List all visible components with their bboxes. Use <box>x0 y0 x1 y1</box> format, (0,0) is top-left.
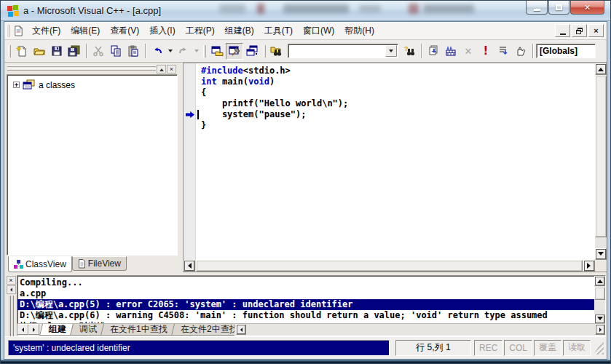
build-icon <box>445 45 457 57</box>
menu-item[interactable]: 工程(P) <box>181 23 220 39</box>
code-line[interactable]: } <box>201 120 595 131</box>
toolbar-gripper[interactable] <box>263 45 266 58</box>
status-bar: 'system' : undeclared identifier 行 5,列 1… <box>4 336 607 359</box>
text-caret <box>197 110 199 119</box>
code-editor[interactable]: #include<stdio.h>int main(void){ printf(… <box>183 63 607 272</box>
tree-expander[interactable]: + <box>13 82 20 88</box>
editor-selection-margin[interactable] <box>184 63 196 260</box>
classview-tree[interactable]: + a classes <box>7 74 178 256</box>
hand-icon <box>515 45 527 57</box>
scroll-up-button[interactable] <box>595 63 607 75</box>
minimize-button[interactable] <box>526 1 548 15</box>
editor-horizontal-scrollbar[interactable] <box>184 260 595 272</box>
scroll-right-button[interactable] <box>583 260 595 272</box>
workspace-close-button[interactable]: × <box>167 65 176 74</box>
toolbar-gripper[interactable] <box>8 45 11 58</box>
mdi-close-button[interactable]: × <box>588 24 604 37</box>
save-all-button[interactable] <box>66 43 83 60</box>
output-tab[interactable]: 在文件2中查找 <box>171 324 234 336</box>
code-line[interactable]: int main(void) <box>201 76 595 87</box>
output-tab[interactable]: 在文件1中查找 <box>100 324 177 336</box>
output-line[interactable]: D:\编程\a.cpp(6) : warning C4508: 'main' :… <box>20 310 605 321</box>
workspace-gripper[interactable]: × <box>7 65 156 73</box>
find-in-files-button[interactable] <box>268 43 285 60</box>
output-horizontal-scrollbar[interactable] <box>236 324 605 335</box>
resize-grip[interactable] <box>594 339 604 355</box>
cut-button[interactable] <box>90 43 107 60</box>
copy-button[interactable] <box>107 43 125 60</box>
undo-button[interactable] <box>149 43 166 60</box>
save-button[interactable] <box>48 43 66 60</box>
menubar-gripper[interactable] <box>7 25 9 37</box>
menu-item[interactable]: 窗口(W) <box>298 23 339 39</box>
classes-root-icon <box>23 79 36 90</box>
output-collapse-button[interactable] <box>7 285 16 294</box>
menu-item[interactable]: 帮助(H) <box>339 23 379 39</box>
go-button[interactable] <box>494 43 512 60</box>
output-lines[interactable]: Compiling...a.cppD:\编程\a.cpp(5) : error … <box>17 276 605 323</box>
scroll-down-button[interactable] <box>594 314 605 324</box>
build-button[interactable] <box>442 43 460 60</box>
scroll-left-button[interactable] <box>236 324 246 335</box>
workspace-toggle-button[interactable] <box>208 43 226 60</box>
code-line[interactable]: printf("Hello world\n"); <box>201 98 595 109</box>
output-close-button[interactable]: × <box>7 276 16 285</box>
menu-item[interactable]: 插入(I) <box>144 23 180 39</box>
output-gripper[interactable]: × <box>5 275 17 336</box>
scroll-up-button[interactable] <box>594 276 605 286</box>
scrollbar-thumb[interactable] <box>594 287 605 300</box>
combo-dropdown-button[interactable] <box>385 45 397 57</box>
window-bottom-frame <box>1 360 610 363</box>
mdi-restore-button[interactable] <box>572 24 587 37</box>
output-line[interactable]: a.cpp <box>20 288 605 299</box>
stop-build-button[interactable]: ✕ <box>460 43 477 60</box>
menu-item[interactable]: 查看(V) <box>105 23 144 39</box>
redo-dropdown[interactable] <box>192 43 201 60</box>
tabs-scroll-right-button[interactable] <box>28 324 39 335</box>
menu-item[interactable]: 文件(F) <box>27 23 66 39</box>
wizardbar-globals-combobox[interactable]: [Globals] <box>536 44 596 58</box>
maximize-button[interactable] <box>548 1 569 15</box>
open-file-button[interactable] <box>31 43 48 60</box>
code-text: main( <box>217 76 248 87</box>
code-line[interactable]: system("pause"); <box>201 109 595 120</box>
scroll-left-button[interactable] <box>184 260 195 272</box>
menu-item[interactable]: 编辑(E) <box>66 23 105 39</box>
code-line[interactable]: #include<stdio.h> <box>201 66 595 76</box>
copy-icon <box>110 45 122 57</box>
close-button[interactable]: ✕ <box>570 1 604 15</box>
cascade-windows-button[interactable] <box>243 43 261 60</box>
editor-vertical-scrollbar[interactable] <box>595 63 607 260</box>
find-combobox[interactable] <box>288 44 398 58</box>
output-line[interactable]: Compiling... <box>20 277 605 288</box>
tab-fileview[interactable]: FileView <box>72 256 127 271</box>
menu-item[interactable]: 组建(B) <box>220 23 259 39</box>
toolbar-gripper[interactable] <box>203 45 206 58</box>
arrow-right-icon <box>33 328 37 332</box>
tab-classview[interactable]: ClassView <box>8 256 72 272</box>
scrollbar-thumb[interactable] <box>196 260 583 272</box>
scroll-right-button[interactable] <box>595 324 605 335</box>
menu-item[interactable]: 工具(T) <box>259 23 298 39</box>
search-button[interactable]: ? <box>401 43 418 60</box>
scroll-down-button[interactable] <box>595 248 607 260</box>
code-lines[interactable]: #include<stdio.h>int main(void){ printf(… <box>201 63 595 131</box>
undo-dropdown[interactable] <box>166 43 175 60</box>
code-line[interactable]: { <box>201 87 595 98</box>
output-toggle-button[interactable] <box>226 43 243 60</box>
new-file-button[interactable] <box>13 43 31 60</box>
workspace-minimize-button[interactable] <box>157 65 166 74</box>
find-input[interactable] <box>288 44 385 58</box>
toggle-breakpoint-button[interactable] <box>512 43 529 60</box>
mdi-minimize-button[interactable] <box>555 24 570 37</box>
tree-item-classes-root[interactable]: + a classes <box>13 79 176 90</box>
redo-button[interactable] <box>175 43 192 60</box>
compile-button[interactable] <box>425 43 442 60</box>
output-vertical-scrollbar[interactable] <box>594 276 605 324</box>
paste-button[interactable] <box>125 43 142 60</box>
tabs-scroll-left-button[interactable] <box>17 324 28 335</box>
svg-text:?: ? <box>404 45 409 52</box>
scrollbar-thumb[interactable] <box>595 76 607 237</box>
execute-program-button[interactable]: ! <box>477 43 494 60</box>
output-line-error-selected[interactable]: D:\编程\a.cpp(5) : error C2065: 'system' :… <box>17 299 605 310</box>
